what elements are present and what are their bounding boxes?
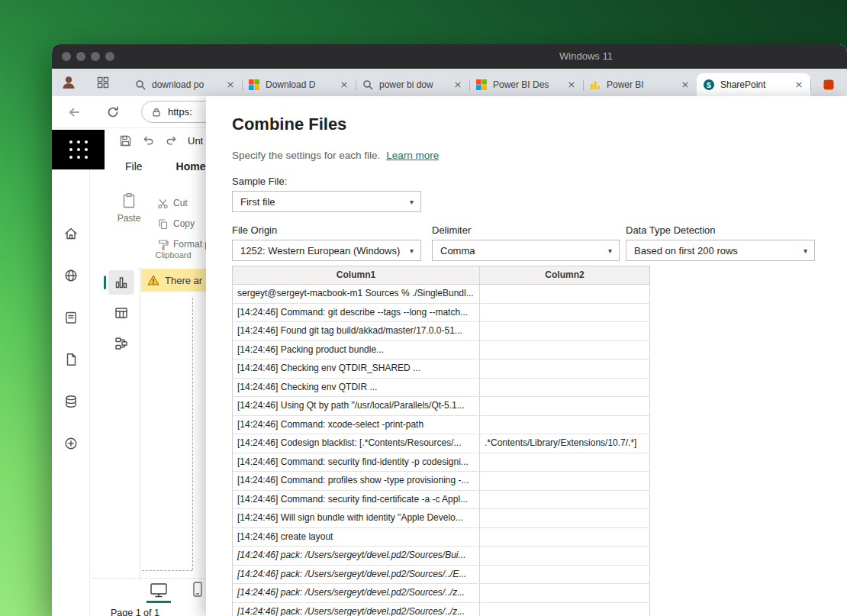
learn-more-link[interactable]: Learn more <box>386 150 439 161</box>
menu-file[interactable]: File <box>125 160 143 173</box>
window-fullscreen-button[interactable] <box>105 52 114 61</box>
table-cell <box>480 453 649 472</box>
clipboard-buttons: Cut Copy Format p <box>157 195 210 252</box>
tab-label: Download D <box>266 79 333 90</box>
tab-actions-icon[interactable] <box>96 76 110 89</box>
table-cell: [14:24:46] Checking env QTDIR_SHARED ... <box>233 360 480 378</box>
table-cell <box>480 472 649 490</box>
cut-button[interactable]: Cut <box>157 195 210 211</box>
ribbon-group-label: Clipboard <box>136 250 211 260</box>
chevron-down-icon: ▾ <box>608 247 612 255</box>
browse-icon[interactable] <box>62 266 80 285</box>
table-cell <box>480 304 649 322</box>
table-cell <box>480 528 649 547</box>
quick-access-toolbar: Unt <box>119 134 203 147</box>
workspaces-icon[interactable] <box>62 392 80 411</box>
sample-file-value: First file <box>240 196 275 208</box>
browser-tab-bar: download po × Download D × power bi dow … <box>52 69 847 96</box>
cut-label: Cut <box>173 198 188 208</box>
column-header[interactable]: Column1 <box>233 266 480 284</box>
menu-home[interactable]: Home <box>176 160 206 173</box>
tab-download-d[interactable]: Download D × <box>242 73 356 96</box>
microsoft-logo-icon <box>475 79 488 91</box>
preview-table-header: Column1 Column2 <box>233 266 649 285</box>
file-origin-label: File Origin <box>232 224 277 236</box>
close-icon[interactable]: × <box>225 79 236 90</box>
table-cell <box>480 341 649 360</box>
table-cell: [14:24:46] pack: /Users/sergeyt/devel.pd… <box>233 566 480 584</box>
table-cell <box>480 416 649 434</box>
table-row: [14:24:46] Packing product bundle... <box>233 341 649 360</box>
table-cell: [14:24:46] Command: git describe --tags … <box>233 304 480 322</box>
table-row: [14:24:46] Command: profiles show -type … <box>233 472 649 491</box>
redo-icon[interactable] <box>165 134 178 147</box>
left-navigation-rail <box>52 169 90 616</box>
office-logo-icon <box>823 79 835 91</box>
window-title: Windows 11 <box>540 44 632 69</box>
tab-power-bi[interactable]: Power BI × <box>583 73 697 96</box>
table-row: [14:24:46] pack: /Users/sergeyt/devel.pd… <box>233 584 649 603</box>
table-row: [14:24:46] create layout <box>233 528 649 547</box>
catalog-icon[interactable] <box>62 308 80 327</box>
delimiter-value: Comma <box>440 245 475 256</box>
close-icon[interactable]: × <box>794 79 804 90</box>
close-icon[interactable]: × <box>566 79 577 90</box>
copy-icon <box>157 218 169 230</box>
save-icon[interactable] <box>119 134 132 147</box>
microsoft-logo-icon <box>248 79 260 91</box>
tab-sharepoint[interactable]: S SharePoint × <box>697 73 810 96</box>
table-cell: [14:24:46] Command: xcode-select -print-… <box>233 416 480 434</box>
lock-icon <box>151 107 162 118</box>
tab-download-po[interactable]: download po × <box>128 73 242 96</box>
column-header[interactable]: Column2 <box>480 266 649 284</box>
file-icon[interactable] <box>62 350 80 369</box>
table-view-icon[interactable] <box>108 301 134 325</box>
window-titlebar[interactable]: Windows 11 <box>52 44 847 69</box>
app-launcher-icon[interactable] <box>52 130 105 169</box>
copy-button[interactable]: Copy <box>157 216 210 231</box>
table-cell: [14:24:46] Checking env QTDIR ... <box>233 379 480 397</box>
table-row: [14:24:46] Using Qt by path "/usr/local/… <box>233 397 649 416</box>
back-icon[interactable] <box>67 105 81 119</box>
power-bi-logo-icon <box>589 79 601 91</box>
window-minimize-button[interactable] <box>76 52 85 61</box>
reload-icon[interactable] <box>106 105 120 119</box>
address-text: https: <box>168 106 192 118</box>
sharepoint-logo-icon: S <box>703 79 715 91</box>
window-zoom-button[interactable] <box>91 52 100 61</box>
report-view-icon[interactable] <box>108 270 134 295</box>
undo-icon[interactable] <box>142 134 155 147</box>
table-row: [14:24:46] Found git tag build/akkad/mas… <box>233 322 649 341</box>
format-painter-button[interactable]: Format p <box>157 237 210 252</box>
delimiter-dropdown[interactable]: Comma ▾ <box>432 240 620 261</box>
window-close-button[interactable] <box>62 52 71 61</box>
tab-power-bi-des[interactable]: Power BI Des × <box>469 73 583 96</box>
vm-window: Windows 11 download po × Download D × po… <box>52 44 847 616</box>
tab-partial[interactable] <box>810 73 847 96</box>
paste-button[interactable]: Paste <box>107 192 151 224</box>
table-cell: [14:24:46] create layout <box>233 528 480 547</box>
table-cell: [14:24:46] pack: /Users/sergeyt/devel.pd… <box>233 584 480 602</box>
active-view-indicator <box>147 601 171 603</box>
table-cell: [14:24:46] Found git tag build/akkad/mas… <box>233 322 480 340</box>
data-type-detection-dropdown[interactable]: Based on first 200 rows ▾ <box>626 240 815 261</box>
desktop-layout-icon[interactable] <box>150 582 168 598</box>
table-cell <box>480 509 649 527</box>
copy-label: Copy <box>173 218 195 229</box>
close-icon[interactable]: × <box>452 79 463 90</box>
profile-avatar-icon[interactable] <box>60 73 78 92</box>
warning-text: There ar <box>165 275 202 286</box>
tab-power-bi-dow[interactable]: power bi dow × <box>356 73 469 96</box>
create-icon[interactable] <box>62 434 80 453</box>
search-icon <box>362 79 374 91</box>
close-icon[interactable]: × <box>680 79 691 90</box>
home-icon[interactable] <box>62 224 80 243</box>
paste-icon <box>121 192 137 209</box>
mobile-layout-icon[interactable] <box>191 581 205 598</box>
file-origin-dropdown[interactable]: 1252: Western European (Windows) ▾ <box>232 240 421 261</box>
close-icon[interactable]: × <box>339 79 349 90</box>
table-row: sergeyt@sergeyt-macbook-m1 Sources % ./S… <box>233 285 649 304</box>
table-cell <box>480 285 649 303</box>
sample-file-dropdown[interactable]: First file ▾ <box>232 191 421 212</box>
model-view-icon[interactable] <box>108 331 134 356</box>
